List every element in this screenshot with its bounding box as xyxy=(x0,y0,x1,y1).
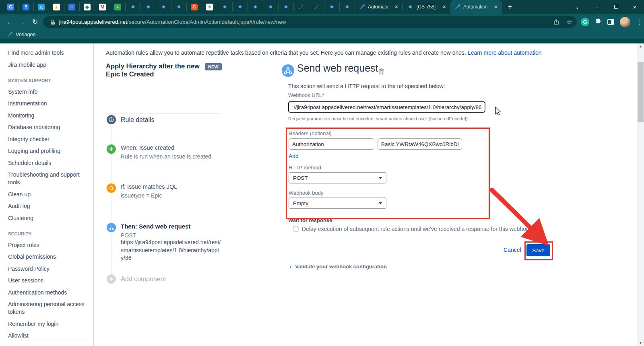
bookmark-star-icon[interactable]: ☆ xyxy=(566,18,572,26)
sidebar-item[interactable]: Find more admin tools xyxy=(8,49,85,57)
intro-text: Automation rules allow you to automate r… xyxy=(106,49,466,56)
address-bar[interactable]: jira94post.appsdelivered.net/secure/Auto… xyxy=(43,16,577,28)
add-component-label[interactable]: Add component xyxy=(121,276,166,283)
jira-icon xyxy=(454,4,460,10)
back-button[interactable]: ← xyxy=(3,18,16,26)
scrollbar-thumb[interactable] xyxy=(638,62,644,122)
pinned-tab[interactable]: △ xyxy=(34,2,49,11)
url-text[interactable]: jira94post.appsdelivered.net/secure/Auto… xyxy=(59,19,549,25)
lock-icon[interactable] xyxy=(50,19,55,25)
sidebar-item[interactable]: Authentication methods xyxy=(8,289,85,297)
sidebar-item[interactable]: Database monitoring xyxy=(8,124,85,131)
pinned-tab[interactable]: ❖ xyxy=(156,2,171,11)
pinned-tab[interactable]: 5 xyxy=(19,2,34,11)
sidebar-item[interactable]: Integrity checker xyxy=(8,136,85,143)
sidebar-item[interactable]: Clustering xyxy=(8,214,85,222)
sidebar-section-security: SECURITY xyxy=(8,231,87,236)
tab-label: Automation xyxy=(463,4,490,10)
sidebar-item[interactable]: Jira mobile app xyxy=(8,61,85,69)
admin-sidebar: Find more admin toolsJira mobile app SYS… xyxy=(0,43,94,346)
sidebar-item[interactable]: User sessions xyxy=(8,277,85,284)
cancel-link[interactable]: Cancel xyxy=(504,247,521,253)
pinned-tab[interactable]: ❖ xyxy=(141,2,156,11)
sidebar-item[interactable]: Remember my login xyxy=(8,320,85,328)
sidebar-item[interactable]: Monitoring xyxy=(8,112,85,119)
browser-menu-kebab-icon[interactable]: ⋮ xyxy=(636,18,644,26)
bookmark-vorlagen[interactable]: Vorlagen xyxy=(16,32,35,37)
favicon: ❖ xyxy=(283,4,289,10)
vertical-scrollbar[interactable]: ▲ ▼ xyxy=(637,43,644,346)
grammarly-extension-icon[interactable]: G xyxy=(581,18,589,26)
sidebar-item[interactable]: Clean up xyxy=(8,191,85,198)
sidebar-item[interactable]: Troubleshooting and support tools xyxy=(8,171,85,186)
share-icon[interactable] xyxy=(553,19,560,25)
sidebar-item[interactable]: Password Policy xyxy=(8,265,85,273)
scroll-up-icon[interactable]: ▲ xyxy=(637,43,644,49)
tab-close-icon[interactable]: × xyxy=(394,4,399,10)
pinned-tab[interactable]: ✳ xyxy=(202,2,217,11)
condition-step[interactable]: If: Issue matches JQL issuetype = Epic xyxy=(121,183,177,199)
pinned-tab[interactable]: C xyxy=(187,2,202,11)
pinned-tab[interactable]: ❖ xyxy=(233,2,248,11)
pinned-tab[interactable]: ≡ xyxy=(64,2,80,11)
pinned-tab[interactable]: ⋰ xyxy=(294,2,309,11)
sidebar-item[interactable]: Scheduler details xyxy=(8,159,85,167)
tab-cs-758[interactable]: ❖ [CS-758] Nu × xyxy=(403,0,450,14)
pinned-tab[interactable]: ❖ xyxy=(248,2,263,11)
favicon: ❖ xyxy=(252,4,259,10)
pinned-tab[interactable]: ❖ xyxy=(324,2,340,11)
pinned-tab[interactable]: ▲ xyxy=(49,2,64,11)
tab-automation-active[interactable]: Automation × xyxy=(450,0,502,14)
pinned-tab[interactable]: ❖ xyxy=(171,2,187,11)
validate-webhook-row[interactable]: › Validate your webhook configuration xyxy=(290,264,387,270)
favicon: ❖ xyxy=(237,4,244,10)
pinned-tab[interactable]: + xyxy=(110,2,126,11)
extensions-puzzle-icon[interactable] xyxy=(595,19,602,25)
annotation-box-save xyxy=(524,241,553,260)
pinned-tab[interactable]: ❖ xyxy=(126,2,141,11)
side-panel-icon[interactable] xyxy=(607,19,614,25)
sidebar-item[interactable]: Allowlist xyxy=(8,332,85,340)
sidebar-item[interactable]: Global permissions xyxy=(8,253,85,261)
reload-button[interactable]: ↻ xyxy=(29,18,41,26)
pinned-tab[interactable]: ❖ xyxy=(340,2,355,11)
pinned-tab[interactable]: M xyxy=(95,2,110,11)
pinned-tab[interactable]: G xyxy=(3,2,19,11)
pinned-tab[interactable]: ⋰ xyxy=(309,2,324,11)
tab-close-icon[interactable]: × xyxy=(442,4,447,10)
delete-action-trash-icon[interactable] xyxy=(378,68,384,76)
minimize-button[interactable]: – xyxy=(588,0,607,14)
sidebar-item[interactable]: Administering personal access tokens xyxy=(8,301,85,316)
sidebar-item[interactable]: Instrumentation xyxy=(8,100,85,107)
trigger-step[interactable]: When: Issue created Rule is run when an … xyxy=(121,144,213,160)
tab-overflow-chevron-icon[interactable]: ⌄ xyxy=(566,4,588,10)
condition-search-icon[interactable] xyxy=(107,183,116,193)
pinned-tab[interactable]: ❖ xyxy=(263,2,279,11)
sidebar-item[interactable]: System info xyxy=(8,88,85,96)
rule-details-info-icon[interactable] xyxy=(107,115,116,124)
new-tab-button[interactable]: + xyxy=(502,2,518,12)
pinned-tab[interactable]: ❖ xyxy=(279,2,294,11)
webhook-url-help: Request parameters must be url encoded, … xyxy=(288,116,469,121)
learn-more-link[interactable]: Learn more about automation xyxy=(468,49,542,56)
sidebar-item[interactable]: Project roles xyxy=(8,241,85,249)
add-component-plus-icon[interactable] xyxy=(107,274,116,284)
tab-close-icon[interactable]: × xyxy=(493,4,499,10)
maximize-button[interactable] xyxy=(607,0,625,14)
profile-avatar[interactable] xyxy=(620,17,630,27)
webhook-url-input[interactable] xyxy=(288,101,485,113)
sidebar-item[interactable]: Audit log xyxy=(8,202,85,210)
action-method: POST xyxy=(121,232,222,239)
action-webhook-icon[interactable] xyxy=(107,223,116,232)
condition-title: If: Issue matches JQL xyxy=(121,183,177,190)
trigger-plus-icon[interactable] xyxy=(107,144,116,154)
action-step[interactable]: Then: Send web request POST https://jira… xyxy=(121,223,222,262)
sidebar-item[interactable]: Logging and profiling xyxy=(8,147,85,155)
pinned-tab[interactable]: ❖ xyxy=(217,2,233,11)
close-button[interactable]: × xyxy=(625,0,644,14)
tab-automation-1[interactable]: Automation × xyxy=(355,0,402,14)
scroll-down-icon[interactable]: ▼ xyxy=(637,340,644,346)
rule-details-label[interactable]: Rule details xyxy=(121,116,155,124)
pinned-tab[interactable]: ◆ xyxy=(80,2,95,11)
delay-checkbox[interactable] xyxy=(293,226,299,232)
